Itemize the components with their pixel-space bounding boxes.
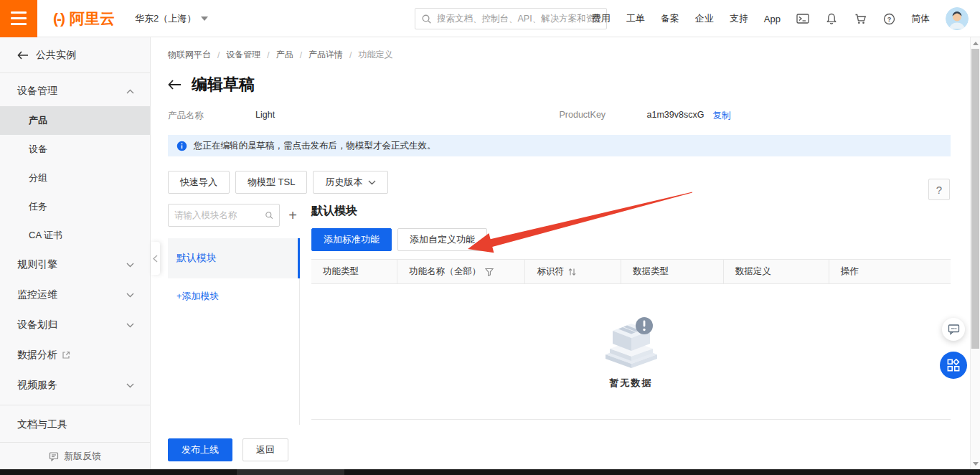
- header-menu: 费用 工单 备案 企业 支持 App ? 简体: [592, 0, 969, 37]
- col-data-type: 数据类型: [621, 260, 724, 283]
- product-name-field: 产品名称 Light: [168, 110, 560, 122]
- menu-app[interactable]: App: [764, 14, 781, 24]
- chevron-left-icon: [153, 255, 158, 263]
- search-icon: [265, 210, 273, 220]
- table-empty-state: 暂无数据: [311, 284, 951, 419]
- quick-import-button[interactable]: 快速导入: [168, 171, 230, 194]
- add-custom-function-button[interactable]: 添加自定义功能: [397, 228, 487, 251]
- sidebar-item-ca-cert[interactable]: CA 证书: [0, 221, 150, 250]
- bell-icon[interactable]: [825, 12, 838, 25]
- product-name-value: Light: [255, 110, 275, 122]
- sidebar-back-label: 公共实例: [36, 49, 76, 62]
- module-search-box[interactable]: [168, 204, 280, 227]
- page-scrollbar[interactable]: [970, 37, 980, 469]
- sidebar-item-device[interactable]: 设备: [0, 135, 150, 164]
- chat-bubble-icon: [948, 324, 960, 335]
- breadcrumb-product[interactable]: 产品: [276, 49, 293, 61]
- publish-button[interactable]: 发布上线: [168, 438, 232, 461]
- module-search-input[interactable]: [174, 210, 260, 220]
- chevron-down-icon: [126, 263, 134, 268]
- col-actions: 操作: [829, 260, 951, 283]
- sidebar-item-product[interactable]: 产品: [0, 106, 150, 135]
- menu-enterprise[interactable]: 企业: [695, 12, 714, 25]
- sidebar-nav: 设备管理 产品 设备 分组 任务 CA 证书 规则引擎 监控运维 设备划归 数据…: [0, 73, 150, 442]
- sidebar-item-group[interactable]: 分组: [0, 164, 150, 192]
- main-content: 物联网平台 设备管理 产品 产品详情 功能定义 编辑草稿 产品名称 Light …: [151, 37, 980, 469]
- add-standard-function-button[interactable]: 添加标准功能: [311, 228, 392, 251]
- sidebar-group-device-management[interactable]: 设备管理: [0, 76, 150, 106]
- search-icon: [421, 14, 432, 24]
- scrollbar-thumb[interactable]: [971, 49, 979, 349]
- region-label: 华东2（上海）: [135, 12, 196, 25]
- chevron-down-icon: [126, 323, 134, 328]
- product-key-value: a1m39v8scxG: [647, 110, 705, 122]
- floating-feedback-button[interactable]: [942, 318, 965, 341]
- language-switch[interactable]: 简体: [911, 12, 930, 25]
- toolbar: 快速导入 物模型 TSL 历史版本: [168, 171, 951, 194]
- menu-tickets[interactable]: 工单: [626, 12, 645, 25]
- col-data-definition: 数据定义: [724, 260, 829, 283]
- svg-text:?: ?: [887, 15, 891, 22]
- sort-icon[interactable]: [568, 268, 576, 276]
- module-panel: + 默认模块 +添加模块: [168, 204, 300, 425]
- chevron-down-icon: [126, 383, 134, 388]
- tsl-model-button[interactable]: 物模型 TSL: [235, 171, 307, 194]
- help-circle-icon[interactable]: ?: [882, 12, 895, 25]
- col-identifier: 标识符: [525, 260, 621, 283]
- breadcrumb-product-detail[interactable]: 产品详情: [308, 49, 343, 61]
- add-module-plus-button[interactable]: +: [286, 208, 300, 222]
- sidebar-item-data-analytics[interactable]: 数据分析: [0, 340, 150, 370]
- sidebar-back-public-instance[interactable]: 公共实例: [0, 37, 150, 73]
- info-icon: [176, 141, 187, 151]
- menu-icp[interactable]: 备案: [661, 12, 679, 25]
- function-table: 功能类型 功能名称（全部） 标识符 数据类型 数据定义 操作: [311, 259, 951, 420]
- chevron-down-icon: [126, 293, 134, 298]
- filter-icon[interactable]: [485, 268, 494, 276]
- sidebar-group-video-service[interactable]: 视频服务: [0, 370, 150, 400]
- scrollbar-down-arrow[interactable]: [971, 458, 980, 469]
- global-search-box[interactable]: [415, 8, 607, 29]
- page-title: 编辑草稿: [192, 74, 255, 95]
- add-module-link[interactable]: +添加模块: [168, 290, 299, 303]
- back-arrow-icon[interactable]: [168, 80, 182, 90]
- user-avatar[interactable]: [946, 7, 969, 30]
- help-button[interactable]: ?: [928, 179, 950, 200]
- cart-icon[interactable]: [854, 12, 867, 25]
- menu-support[interactable]: 支持: [730, 12, 748, 25]
- scrollbar-up-arrow[interactable]: [971, 38, 980, 48]
- sidebar-group-monitoring[interactable]: 监控运维: [0, 280, 150, 310]
- product-name-label: 产品名称: [168, 110, 255, 122]
- hamburger-menu-button[interactable]: [0, 0, 37, 37]
- empty-data-text: 暂无数据: [610, 377, 653, 390]
- menu-billing[interactable]: 费用: [592, 12, 611, 25]
- floating-apps-button[interactable]: [940, 352, 967, 379]
- terminal-icon[interactable]: [796, 12, 809, 25]
- aliyun-logo[interactable]: (-) 阿里云: [53, 9, 115, 29]
- chevron-down-icon: [201, 17, 208, 21]
- empty-data-icon: [598, 314, 664, 368]
- sidebar-group-device-allocation[interactable]: 设备划归: [0, 310, 150, 340]
- module-list: 默认模块 +添加模块: [168, 238, 300, 425]
- draft-notice-text: 您正在编辑的是草稿，需点击发布后，物模型才会正式生效。: [194, 140, 436, 152]
- feedback-button[interactable]: 新版反馈: [0, 442, 150, 469]
- module-item-default[interactable]: 默认模块: [168, 238, 300, 278]
- external-link-icon: [62, 351, 70, 359]
- breadcrumb-iot-platform[interactable]: 物联网平台: [168, 49, 211, 61]
- sidebar-group-label: 设备管理: [17, 85, 57, 98]
- chevron-down-icon: [368, 180, 376, 185]
- history-version-button[interactable]: 历史版本: [313, 171, 388, 194]
- copy-product-key-link[interactable]: 复制: [712, 110, 730, 122]
- breadcrumb-device-management[interactable]: 设备管理: [226, 49, 260, 61]
- top-header: (-) 阿里云 华东2（上海） 费用 工单 备案 企业 支持 App ? 简体: [0, 0, 980, 37]
- sidebar-collapse-handle[interactable]: [151, 242, 160, 275]
- product-key-label: ProductKey: [560, 110, 647, 122]
- col-function-name: 功能名称（全部）: [397, 260, 525, 283]
- sidebar-group-rules-engine[interactable]: 规则引擎: [0, 250, 150, 280]
- sidebar-item-docs-tools[interactable]: 文档与工具: [0, 410, 150, 440]
- breadcrumb-function-definition: 功能定义: [358, 49, 392, 61]
- region-selector[interactable]: 华东2（上海）: [135, 12, 208, 25]
- global-search-input[interactable]: [437, 14, 600, 24]
- sidebar-item-task[interactable]: 任务: [0, 192, 150, 221]
- function-definition-area: + 默认模块 +添加模块 默认模块 添加标准功能 添加自定义功能 功能类型 功能…: [168, 204, 951, 425]
- return-button[interactable]: 返回: [242, 438, 288, 461]
